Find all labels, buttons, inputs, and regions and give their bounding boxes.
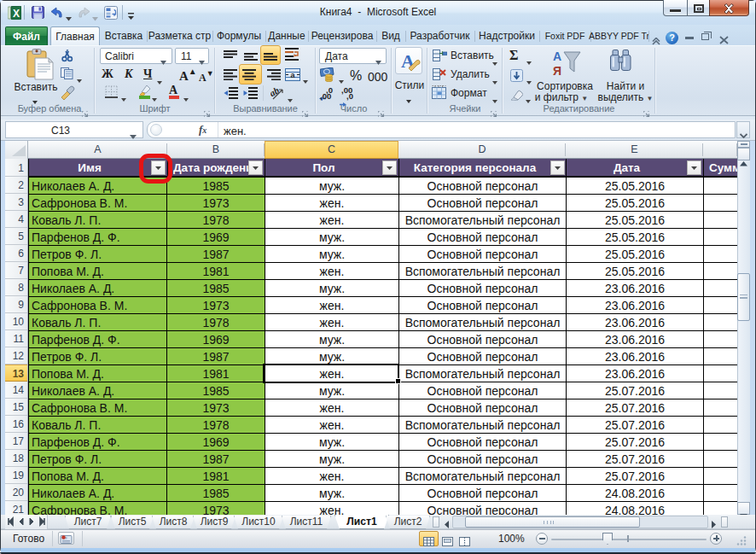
svg-text:Я: Я (553, 64, 561, 78)
svg-text:А: А (553, 50, 561, 63)
